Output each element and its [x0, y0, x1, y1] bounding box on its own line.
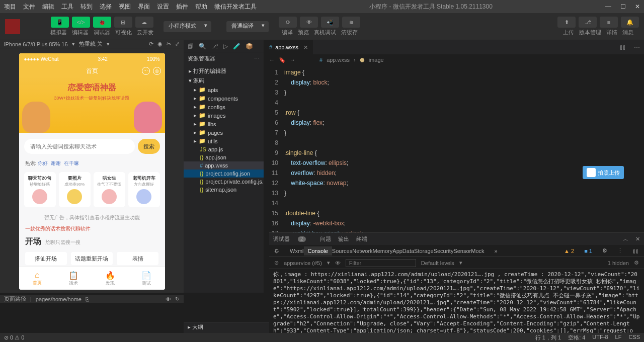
- warnings-badge[interactable]: ▲ 2: [564, 248, 574, 254]
- menu-item[interactable]: 工具: [61, 3, 73, 11]
- search-button[interactable]: 搜索: [138, 139, 160, 154]
- tree-item[interactable]: ▸ 📁 pages: [184, 128, 264, 137]
- breadcrumb-file[interactable]: app.wxss: [327, 57, 350, 63]
- pill-button[interactable]: 话题重新开场: [71, 252, 113, 265]
- git-icon[interactable]: ⎇: [211, 43, 218, 50]
- feature-card[interactable]: 哄女生生气了不要慌: [94, 172, 125, 207]
- clear-cache-button[interactable]: ≋: [342, 17, 360, 28]
- editor-tab[interactable]: # app.wxss ✕: [264, 40, 313, 54]
- back-icon[interactable]: ←: [269, 57, 275, 63]
- chevron-up-icon[interactable]: ︿: [623, 235, 628, 243]
- gear-icon[interactable]: ⚙: [602, 247, 607, 254]
- cloud-button[interactable]: ☁: [135, 17, 153, 28]
- hot-link[interactable]: 你好: [38, 160, 48, 166]
- tree-item[interactable]: ▸ 📁 libs: [184, 120, 264, 128]
- expand-icon[interactable]: ⤢: [175, 41, 180, 47]
- tab-close-icon[interactable]: ✕: [303, 44, 308, 51]
- devtools-tab[interactable]: Memory: [373, 248, 393, 254]
- editor-more-icon[interactable]: ⋯: [630, 44, 644, 51]
- menu-item[interactable]: 视图: [119, 3, 131, 11]
- close-capsule-icon[interactable]: ◎: [153, 67, 161, 75]
- rotate-icon[interactable]: ↻: [175, 296, 180, 302]
- eye-icon[interactable]: 👁: [335, 260, 341, 266]
- close-icon[interactable]: ✕: [635, 3, 640, 10]
- menu-item[interactable]: 帮助: [195, 3, 207, 11]
- device-select[interactable]: iPhone 6/7/8 Plus 85% 16: [4, 41, 68, 47]
- simulator-button[interactable]: 📱: [51, 17, 69, 28]
- hidden-count[interactable]: 1 hidden: [608, 260, 629, 266]
- cursor-position[interactable]: 行 1，列 1: [535, 334, 561, 341]
- menu-item[interactable]: 选择: [100, 3, 112, 11]
- inspect-icon[interactable]: ⯐: [274, 248, 280, 254]
- test-icon[interactable]: 🧪: [233, 43, 240, 50]
- feature-card[interactable]: 要照片成功率90%: [59, 172, 91, 207]
- more-icon[interactable]: ⋯: [254, 55, 260, 62]
- message-button[interactable]: 🔔: [621, 17, 639, 28]
- menu-item[interactable]: 项目: [4, 3, 16, 11]
- console-output[interactable]: 你，image : https://xinlianai.app1212.com/…: [269, 269, 644, 333]
- phone-simulator[interactable]: ●●●●● WeChat 3:42 100% 首页 ⋯◎ 恋爱密语神器 30W+…: [19, 53, 165, 290]
- forward-icon[interactable]: →: [290, 57, 295, 63]
- indent-info[interactable]: 空格: 4: [568, 334, 585, 341]
- details-button[interactable]: ≡: [600, 17, 618, 28]
- record-icon[interactable]: ◉: [157, 41, 163, 47]
- bookmark-icon[interactable]: 🔖: [279, 57, 286, 63]
- tabbar-item[interactable]: 🔥发现: [92, 267, 129, 290]
- problems-count[interactable]: ⊘ 0 ⚠ 0: [4, 334, 24, 341]
- tree-item[interactable]: # app.wxss: [184, 161, 264, 169]
- mode-select[interactable]: 小程序模式: [164, 21, 211, 32]
- devtools-tab[interactable]: Sensor: [453, 248, 471, 254]
- clear-icon[interactable]: ⊘: [274, 260, 279, 266]
- devtools-tab[interactable]: Mock: [471, 248, 484, 254]
- preview-button[interactable]: 👁: [300, 17, 318, 28]
- info-badge[interactable]: ■ 1: [584, 248, 592, 254]
- debugger-tab[interactable]: 调试器: [273, 235, 290, 243]
- menu-item[interactable]: 转到: [80, 3, 93, 11]
- hot-link[interactable]: 在干嘛: [64, 160, 79, 166]
- filter-input[interactable]: [346, 259, 416, 267]
- compile-select[interactable]: 普通编译: [226, 21, 269, 32]
- feature-card[interactable]: 老司机开车方向盘握好: [128, 172, 160, 207]
- cut-icon[interactable]: ✂: [167, 41, 171, 47]
- devtools-tab[interactable]: Sources: [332, 248, 352, 254]
- tabbar-item[interactable]: 📋话术: [55, 267, 92, 290]
- settings-icon[interactable]: ⚙: [634, 260, 639, 266]
- page-path[interactable]: pages/home/home: [36, 296, 82, 302]
- tree-item[interactable]: ▸ 📁 images: [184, 111, 264, 120]
- debugger-button[interactable]: 🐞: [93, 17, 111, 28]
- tree-item[interactable]: ▸ 打开的编辑器: [184, 66, 264, 76]
- tree-item[interactable]: {} app.json: [184, 153, 264, 161]
- reload-select[interactable]: 热重载 关: [79, 40, 103, 48]
- refresh-icon[interactable]: ⟳: [149, 41, 153, 47]
- files-icon[interactable]: 🗐: [188, 43, 194, 50]
- box-icon[interactable]: 📦: [246, 43, 253, 50]
- search-icon[interactable]: 🔍: [199, 43, 206, 50]
- menu-item[interactable]: 文件: [23, 3, 35, 11]
- devtools-tab[interactable]: Wxml: [290, 248, 304, 254]
- tree-item[interactable]: ▸ 📁 components: [184, 94, 264, 103]
- eye-icon[interactable]: 👁: [166, 296, 171, 302]
- photo-upload-hint[interactable]: 拍照上传: [583, 166, 624, 179]
- tree-item[interactable]: ▸ 📁 utils: [184, 137, 264, 145]
- levels-select[interactable]: Default levels: [421, 260, 454, 266]
- visual-button[interactable]: ⊞: [114, 17, 132, 28]
- pill-button[interactable]: 搭讪开场: [25, 252, 67, 265]
- minimize-icon[interactable]: ―: [605, 3, 611, 10]
- split-icon[interactable]: ⫿⫿: [616, 44, 630, 51]
- breadcrumb-symbol[interactable]: image: [369, 57, 384, 63]
- devtools-tab[interactable]: Storage: [414, 248, 434, 254]
- outline-header[interactable]: ▸ 大纲: [184, 322, 269, 333]
- maximize-icon[interactable]: ☐: [620, 3, 626, 10]
- tree-item[interactable]: ▾ 源码: [184, 76, 264, 86]
- context-select[interactable]: appservice (#5): [284, 260, 322, 266]
- tree-item[interactable]: ▸ 📁 apis: [184, 86, 264, 94]
- editor-button[interactable]: </>: [72, 17, 90, 28]
- panel-tab[interactable]: 终端: [356, 236, 367, 242]
- remote-debug-button[interactable]: 📲: [321, 17, 339, 28]
- tree-item[interactable]: ▸ 📁 configs: [184, 103, 264, 111]
- panel-tab[interactable]: 问题: [320, 236, 331, 242]
- lang-info[interactable]: CSS: [628, 334, 640, 341]
- tabbar-item[interactable]: 📄测试: [128, 267, 165, 290]
- menu-item[interactable]: 界面: [138, 3, 150, 11]
- debug-icon[interactable]: ▷: [223, 43, 228, 50]
